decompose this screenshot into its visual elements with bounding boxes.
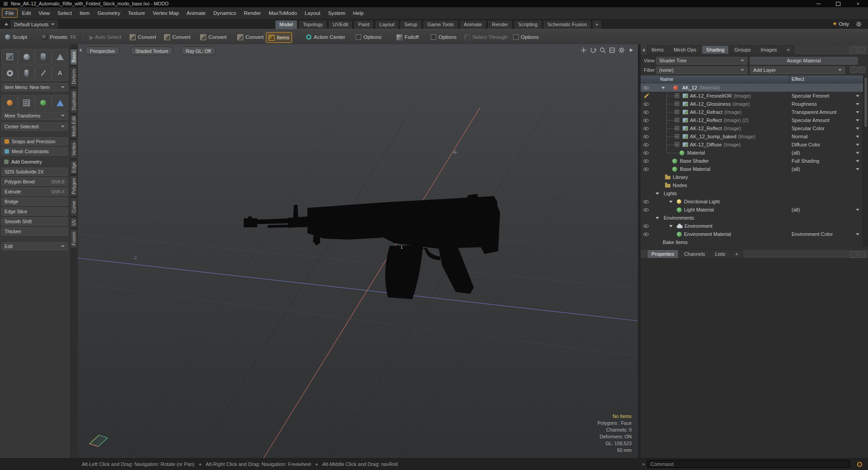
tab-model[interactable]: Model — [275, 20, 297, 29]
visibility-eye-icon[interactable] — [641, 230, 651, 238]
tree-row-texture[interactable]: + AK-12_Reflect(Image) Specular Color — [641, 124, 863, 132]
tab-channels[interactable]: Channels — [679, 249, 709, 258]
properties-grid-icon[interactable] — [850, 251, 857, 258]
tab-deform[interactable]: Deform — [70, 66, 77, 87]
tree-row-base-shader[interactable]: Base Shader Full Shading — [641, 157, 863, 165]
tab-scripting[interactable]: Scripting — [514, 20, 542, 29]
assign-material-button[interactable]: Assign Material — [750, 57, 858, 65]
effect-dropdown-icon[interactable] — [856, 103, 859, 105]
polygon-bevel-button[interactable]: Polygon BevelShift-B — [1, 178, 68, 186]
visibility-eye-icon[interactable] — [641, 197, 651, 206]
filter-dropdown[interactable]: (none) — [656, 66, 747, 74]
viewport-3d[interactable]: Perspective Shaded Texture Ray GL: Off -… — [78, 44, 638, 458]
cone-tool[interactable] — [52, 49, 68, 65]
layer-effect[interactable]: Transparent Amount — [792, 108, 836, 116]
items-mode-button[interactable]: Items — [266, 32, 292, 43]
effect-dropdown-icon[interactable] — [856, 111, 859, 113]
falloff-button[interactable]: Falloff — [394, 32, 421, 42]
expand-icon[interactable]: + — [675, 118, 679, 122]
tree-row-bake-items[interactable]: Bake Items — [641, 238, 863, 246]
add-panel-tab-button[interactable]: + — [783, 45, 794, 54]
layer-effect[interactable]: Roughness — [792, 100, 817, 108]
close-button[interactable]: × — [848, 0, 868, 7]
layer-effect[interactable]: (all) — [792, 206, 800, 214]
capsule-tool[interactable] — [18, 65, 35, 81]
sds-subdivide-button[interactable]: SDS Subdivide 2X — [1, 168, 68, 176]
raygl-button[interactable]: Ray GL: Off — [181, 47, 216, 55]
layer-effect[interactable]: Full Shading — [792, 157, 819, 165]
tree-scrollbar[interactable] — [863, 75, 868, 246]
smooth-shift-button[interactable]: Smooth Shift — [1, 217, 68, 226]
tab-properties[interactable]: Properties — [647, 249, 679, 258]
tree-row-environments-group[interactable]: Environments — [641, 214, 863, 222]
effect-dropdown-icon[interactable] — [856, 160, 859, 162]
visibility-eye-icon[interactable] — [641, 116, 651, 124]
convert-edges-button[interactable]: Convert — [162, 32, 193, 42]
visibility-eye-icon[interactable] — [641, 100, 651, 108]
snaps-precision-button[interactable]: Snaps and Precision — [1, 137, 68, 146]
tree-row-texture[interactable]: + AK_12_bump_baked(Image) Normal — [641, 132, 863, 141]
tree-row-texture[interactable]: + AK-12_Refract(Image) Transparent Amoun… — [641, 108, 863, 116]
effect-dropdown-icon[interactable] — [856, 127, 859, 130]
tab-vertex[interactable]: Vertex — [70, 140, 77, 159]
tree-row-texture[interactable]: + AK-12_FresnelIOR(Image) Specular Fresn… — [641, 92, 863, 100]
tab-render[interactable]: Render — [487, 20, 513, 29]
sculpt-button[interactable]: Sculpt — [3, 32, 29, 42]
action-center-button[interactable]: Action Center — [304, 32, 348, 42]
cube-tool[interactable] — [1, 49, 18, 65]
menu-help[interactable]: Help — [350, 9, 367, 17]
tab-mesh-edit[interactable]: Mesh Edit — [70, 114, 77, 138]
menu-edit[interactable]: Edit — [19, 9, 34, 17]
tree-row-nodes[interactable]: Nodes — [641, 181, 863, 189]
panel-collapse-icon[interactable] — [642, 48, 645, 52]
command-history-icon[interactable] — [857, 462, 862, 467]
tab-fusion[interactable]: Fusion — [70, 229, 77, 248]
text-tool[interactable]: A — [52, 65, 68, 81]
falloff-options-button[interactable]: Options — [429, 32, 459, 42]
tree-row-environment[interactable]: Environment — [641, 222, 863, 230]
item-menu-dropdown[interactable]: Item Menu: New Item — [1, 83, 68, 91]
tab-basic[interactable]: Basic — [70, 49, 77, 65]
select-through-button[interactable]: Select Through — [462, 32, 510, 42]
layout-settings-button[interactable] — [856, 21, 862, 29]
menu-select[interactable]: Select — [54, 9, 75, 17]
panel-grid-icon[interactable] — [850, 47, 857, 53]
tab-edge[interactable]: Edge — [70, 160, 77, 174]
filter-option-icon[interactable] — [850, 66, 857, 73]
curve-tool[interactable] — [35, 65, 52, 81]
layer-effect[interactable]: Specular Color — [792, 124, 825, 132]
visibility-eye-icon[interactable] — [641, 206, 651, 214]
layout-preset-dropdown[interactable]: Default Layouts — [11, 20, 58, 28]
effect-dropdown-icon[interactable] — [856, 136, 859, 138]
effect-dropdown-icon[interactable] — [856, 152, 859, 154]
only-toggle[interactable]: ★ Only — [833, 21, 849, 27]
tree-row-light-material[interactable]: Light Material (all) — [641, 206, 863, 214]
maximize-button[interactable] — [828, 0, 848, 7]
paint-target-icon[interactable] — [641, 92, 651, 100]
scrollbar-thumb[interactable] — [864, 77, 867, 127]
visibility-eye-icon[interactable] — [641, 132, 651, 141]
effect-dropdown-icon[interactable] — [856, 168, 859, 170]
center-selected-dropdown[interactable]: Center Selected — [1, 122, 68, 131]
menu-file[interactable]: File — [2, 9, 18, 18]
tree-row-material-group[interactable]: AK_12(Material) — [641, 84, 863, 92]
panel-gear-icon[interactable] — [858, 47, 865, 53]
visibility-eye-icon[interactable] — [641, 141, 651, 149]
zoom-icon[interactable] — [599, 47, 606, 53]
collapse-arrow-icon[interactable] — [669, 201, 673, 203]
tab-setup[interactable]: Setup — [400, 20, 422, 29]
thicken-button[interactable]: Thicken — [1, 227, 68, 235]
menu-layout[interactable]: Layout — [302, 9, 324, 17]
tab-polygon[interactable]: Polygon — [70, 175, 77, 197]
expand-icon[interactable]: + — [675, 110, 679, 114]
menu-render[interactable]: Render — [241, 9, 264, 17]
viewport-gear-icon[interactable] — [618, 47, 625, 53]
visibility-eye-icon[interactable] — [641, 165, 651, 173]
select-through-options-button[interactable]: Options — [511, 32, 541, 42]
menu-animate[interactable]: Animate — [184, 9, 209, 17]
auto-select-button[interactable]: Auto Select — [86, 32, 124, 42]
menu-vertex-map[interactable]: Vertex Map — [150, 9, 182, 17]
flyout-arrow-icon[interactable] — [628, 47, 634, 53]
effect-dropdown-icon[interactable] — [856, 209, 859, 211]
add-layout-tab-button[interactable]: + — [592, 20, 601, 29]
